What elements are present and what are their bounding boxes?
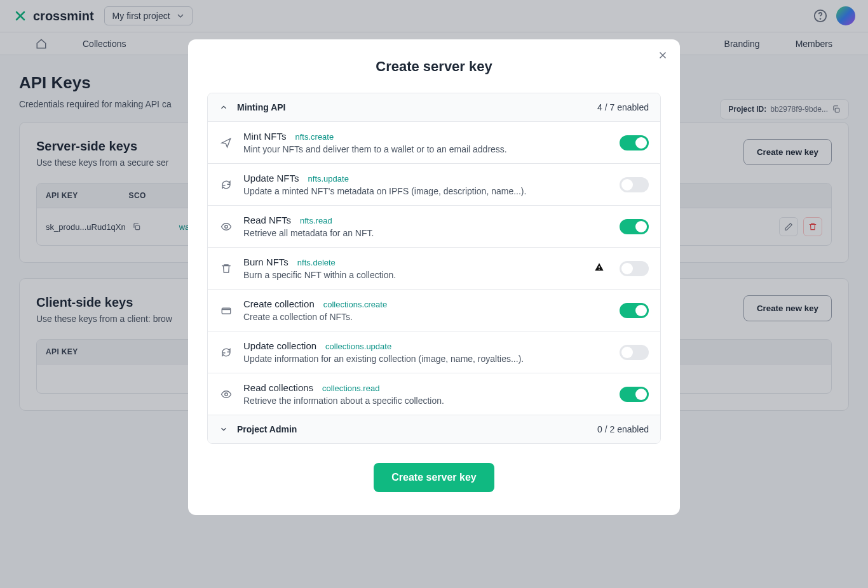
perm-desc: Burn a specific NFT within a collection. [243, 270, 584, 280]
perm-group-count: 0 / 2 enabled [597, 424, 649, 434]
svg-rect-6 [222, 308, 231, 314]
perm-toggle[interactable] [620, 345, 649, 360]
perm-name: Burn NFTs [243, 257, 288, 267]
perm-scope: nfts.read [300, 216, 332, 225]
perm-item: Update NFTsnfts.updateUpdate a minted NF… [208, 163, 660, 205]
perm-desc: Retrieve the information about a specifi… [243, 396, 609, 406]
perm-group-title: Project Admin [237, 424, 588, 434]
svg-point-4 [225, 225, 228, 228]
perm-desc: Update a minted NFT's metadata on IPFS (… [243, 186, 609, 196]
perm-group-head[interactable]: Minting API4 / 7 enabled [208, 93, 660, 121]
wallet-icon [219, 305, 233, 316]
refresh-icon [219, 347, 233, 358]
modal-title: Create server key [188, 58, 680, 75]
perm-name: Mint NFTs [243, 131, 287, 142]
perm-desc: Create a collection of NFTs. [243, 312, 609, 322]
create-server-key-modal: Create server key Minting API4 / 7 enabl… [188, 39, 680, 444]
send-icon [219, 137, 233, 149]
perm-item: Read NFTsnfts.readRetrieve all metadata … [208, 205, 660, 247]
perm-toggle[interactable] [620, 219, 649, 234]
perm-item: Update collectioncollections.updateUpdat… [208, 331, 660, 373]
modal-backdrop[interactable]: Create server key Minting API4 / 7 enabl… [0, 0, 868, 444]
perm-name: Create collection [243, 298, 315, 309]
eye-icon [219, 221, 233, 232]
warning-icon [594, 262, 609, 274]
perm-name: Update collection [243, 340, 316, 351]
perm-scope: nfts.delete [297, 258, 336, 267]
perm-item: Read collectionscollections.readRetrieve… [208, 373, 660, 415]
perm-item: Mint NFTsnfts.createMint your NFTs and d… [208, 121, 660, 163]
perm-toggle[interactable] [620, 135, 649, 150]
close-icon[interactable] [657, 50, 668, 61]
svg-point-7 [225, 392, 228, 396]
perm-desc: Mint your NFTs and deliver them to a wal… [243, 144, 609, 154]
perm-scope: collections.create [323, 300, 387, 309]
trash-icon [219, 263, 233, 274]
perm-body: Create collectioncollections.createCreat… [243, 298, 609, 322]
perm-scope: nfts.update [308, 174, 349, 184]
perm-group-head[interactable]: Project Admin0 / 2 enabled [208, 415, 660, 443]
perm-scope: nfts.create [295, 132, 334, 142]
perm-item: Burn NFTsnfts.deleteBurn a specific NFT … [208, 247, 660, 289]
perm-body: Update NFTsnfts.updateUpdate a minted NF… [243, 173, 609, 196]
refresh-icon [219, 179, 233, 190]
perm-toggle[interactable] [620, 261, 649, 276]
eye-icon [219, 389, 233, 400]
perm-scope: collections.update [325, 342, 391, 351]
perm-body: Read collectionscollections.readRetrieve… [243, 382, 609, 406]
perm-group-count: 4 / 7 enabled [597, 102, 649, 112]
perm-scope: collections.read [322, 384, 379, 393]
svg-point-5 [599, 269, 599, 270]
perm-body: Read NFTsnfts.readRetrieve all metadata … [243, 215, 609, 238]
permissions-box: Minting API4 / 7 enabledMint NFTsnfts.cr… [207, 93, 661, 444]
perm-body: Burn NFTsnfts.deleteBurn a specific NFT … [243, 257, 584, 280]
perm-desc: Update information for an existing colle… [243, 354, 609, 364]
perm-name: Read NFTs [243, 215, 291, 225]
perm-body: Mint NFTsnfts.createMint your NFTs and d… [243, 131, 609, 154]
perm-body: Update collectioncollections.updateUpdat… [243, 340, 609, 364]
perm-name: Read collections [243, 382, 313, 393]
perm-toggle[interactable] [620, 303, 649, 318]
perm-toggle[interactable] [620, 177, 649, 192]
perm-item: Create collectioncollections.createCreat… [208, 289, 660, 331]
perm-desc: Retrieve all metadata for an NFT. [243, 228, 609, 238]
perm-name: Update NFTs [243, 173, 299, 184]
perm-toggle[interactable] [620, 387, 649, 402]
perm-group-title: Minting API [237, 102, 588, 112]
